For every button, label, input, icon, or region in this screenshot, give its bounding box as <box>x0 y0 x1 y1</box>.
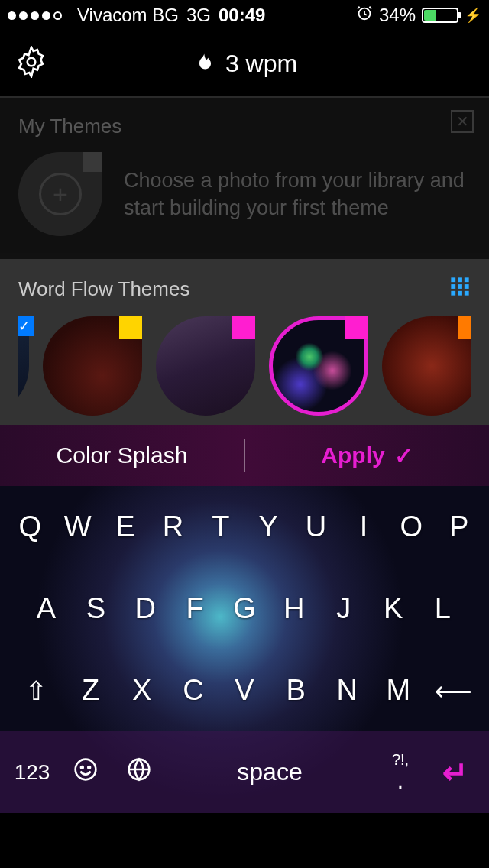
key[interactable]: K <box>374 592 413 625</box>
svg-rect-6 <box>458 284 462 289</box>
svg-point-12 <box>81 766 83 769</box>
alarm-icon <box>356 5 373 26</box>
apply-button[interactable]: Apply ✓ <box>245 442 489 469</box>
key[interactable]: L <box>423 592 461 625</box>
svg-rect-5 <box>451 284 455 289</box>
close-button[interactable]: ✕ <box>451 110 474 133</box>
key[interactable]: T <box>202 510 240 543</box>
key[interactable]: O <box>392 510 430 543</box>
keyboard-preview: Q W E R T Y U I O P A S D F G H J K L ⇧ … <box>0 486 489 813</box>
key[interactable]: Y <box>249 510 287 543</box>
return-key[interactable]: ↵ <box>432 755 478 790</box>
key[interactable]: J <box>325 592 363 625</box>
key[interactable]: X <box>123 674 161 707</box>
flame-icon <box>192 52 215 75</box>
svg-rect-4 <box>465 277 469 282</box>
key[interactable]: Q <box>11 510 49 543</box>
plus-icon: + <box>39 173 82 215</box>
key[interactable]: N <box>328 674 366 707</box>
key[interactable]: F <box>176 592 214 625</box>
key[interactable]: A <box>27 592 65 625</box>
wordflow-title: Word Flow Themes <box>18 277 189 301</box>
key[interactable]: H <box>275 592 313 625</box>
check-icon: ✓ <box>18 316 34 336</box>
key[interactable]: C <box>174 674 212 707</box>
top-bar: 3 wpm <box>0 31 489 98</box>
key[interactable]: M <box>379 674 417 707</box>
punct-key[interactable]: ?!, . <box>379 751 422 793</box>
key[interactable]: U <box>297 510 335 543</box>
keyboard-row-2: A S D F G H J K L <box>0 568 489 649</box>
my-themes-section: My Themes ✕ + Choose a photo from your l… <box>0 98 489 253</box>
keyboard-row-1: Q W E R T Y U I O P <box>0 486 489 568</box>
svg-rect-8 <box>451 291 455 296</box>
carrier-label: Vivacom BG <box>77 5 179 26</box>
checkmark-icon: ✓ <box>394 442 413 469</box>
key[interactable]: P <box>440 510 478 543</box>
wordflow-themes-section: Word Flow Themes ✓ <box>0 259 489 425</box>
numbers-key[interactable]: 123 <box>11 760 53 785</box>
svg-rect-10 <box>465 291 469 296</box>
space-key[interactable]: space <box>171 758 368 786</box>
key[interactable]: D <box>126 592 164 625</box>
key[interactable]: W <box>59 510 97 543</box>
wpm-label: 3 wpm <box>225 50 297 78</box>
my-themes-title: My Themes <box>18 115 471 138</box>
key[interactable]: G <box>225 592 264 625</box>
key[interactable]: Z <box>72 674 110 707</box>
theme-item[interactable] <box>382 316 471 416</box>
add-theme-button[interactable]: + <box>18 152 102 236</box>
battery-icon <box>422 8 458 23</box>
theme-item[interactable]: ✓ <box>18 316 29 416</box>
theme-item-selected[interactable] <box>269 316 368 416</box>
backspace-key[interactable]: ⟵ <box>430 675 476 706</box>
globe-icon <box>127 757 151 782</box>
svg-rect-2 <box>451 277 455 282</box>
keyboard-row-bottom: 123 space ?!, . ↵ <box>0 731 489 813</box>
svg-rect-9 <box>458 291 462 296</box>
svg-point-13 <box>88 766 90 769</box>
grid-view-button[interactable] <box>449 276 471 303</box>
theme-carousel[interactable]: ✓ <box>18 316 471 416</box>
globe-key[interactable] <box>118 757 160 787</box>
my-themes-prompt: Choose a photo from your library and sta… <box>124 167 471 222</box>
shift-key[interactable]: ⇧ <box>13 675 59 706</box>
time-label: 00:49 <box>219 5 265 26</box>
svg-rect-3 <box>458 277 462 282</box>
key[interactable]: S <box>76 592 115 625</box>
theme-preview-bar: Color Splash Apply ✓ <box>0 425 489 486</box>
key[interactable]: V <box>225 674 264 707</box>
network-label: 3G <box>186 5 211 26</box>
theme-item[interactable] <box>156 316 255 416</box>
svg-point-11 <box>76 760 96 780</box>
svg-point-1 <box>28 58 36 66</box>
signal-dots <box>8 11 62 20</box>
emoji-key[interactable] <box>64 757 107 787</box>
key[interactable]: B <box>277 674 315 707</box>
key[interactable]: R <box>154 510 192 543</box>
charging-icon: ⚡ <box>465 7 481 24</box>
key[interactable]: E <box>106 510 144 543</box>
emoji-icon <box>73 757 98 782</box>
preview-theme-name: Color Splash <box>0 442 244 468</box>
svg-rect-7 <box>465 284 469 289</box>
key[interactable]: I <box>345 510 383 543</box>
battery-pct: 34% <box>379 5 416 26</box>
keyboard-row-3: ⇧ Z X C V B N M ⟵ <box>0 649 489 731</box>
status-bar: Vivacom BG 3G 00:49 34% ⚡ <box>0 0 489 31</box>
gear-icon <box>15 46 47 78</box>
theme-item[interactable] <box>43 316 142 416</box>
settings-button[interactable] <box>15 46 47 81</box>
